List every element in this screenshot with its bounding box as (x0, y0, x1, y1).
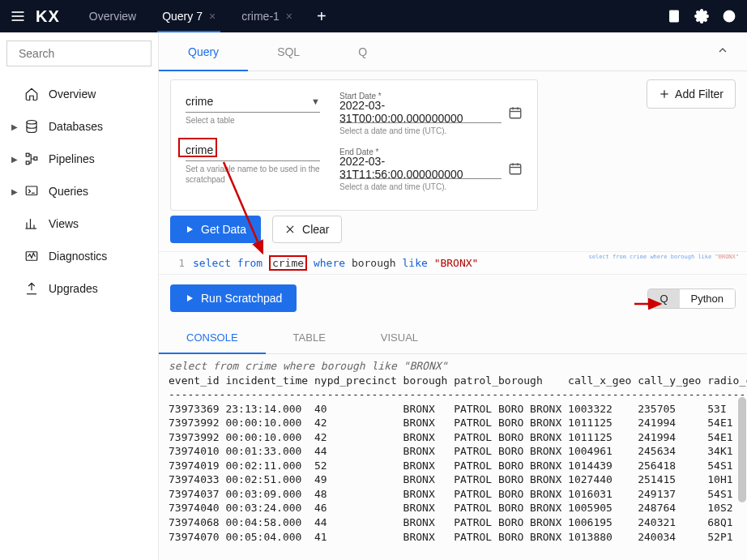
tab-overview[interactable]: Overview (76, 0, 149, 32)
query-type-tabs: Query SQL Q (159, 32, 747, 71)
sidebar-item-overview[interactable]: Overview (6, 78, 152, 110)
chevron-right-icon: ▶ (11, 155, 21, 164)
sidebar-item-views[interactable]: Views (6, 207, 152, 240)
run-scratchpad-label: Run Scratchpad (201, 292, 282, 305)
qtab-query[interactable]: Query (159, 32, 248, 71)
search-input[interactable] (19, 47, 160, 60)
views-icon (24, 216, 39, 231)
get-data-label: Get Data (201, 223, 246, 236)
nav-label: Databases (49, 120, 103, 133)
svg-point-13 (27, 121, 36, 125)
clear-button[interactable]: Clear (272, 216, 341, 243)
console-row: 73974070 00:05:04.000 41 BRONX PATROL BO… (169, 531, 733, 543)
minimap: select from crime where borough like "BR… (589, 254, 739, 260)
nav-label: Overview (49, 88, 96, 100)
svg-rect-15 (26, 161, 29, 165)
lang-python[interactable]: Python (680, 289, 735, 308)
sidebar-item-pipelines[interactable]: ▶ Pipelines (6, 143, 152, 175)
code-editor[interactable]: 1 select from crime where borough like "… (159, 251, 747, 275)
svg-rect-24 (510, 109, 521, 118)
calendar-icon[interactable] (508, 105, 523, 120)
nav-label: Queries (49, 185, 88, 198)
sidebar-item-upgrades[interactable]: Upgrades (6, 272, 152, 305)
otab-console[interactable]: CONSOLE (159, 322, 266, 353)
nav-label: Pipelines (49, 152, 95, 165)
main-panel: Query SQL Q crime ▼ Select a table (159, 32, 747, 560)
tab-label: crime-1 (241, 10, 280, 23)
table-select-helper: Select a table (186, 115, 320, 126)
chevron-right-icon: ▶ (11, 187, 21, 196)
console-output: select from crime where borough like "BR… (159, 354, 747, 549)
tab-query7[interactable]: Query 7 × (149, 0, 228, 32)
play-icon (185, 224, 194, 234)
end-date-value: 2022-03-31T11:56:00.000000000 (339, 155, 502, 181)
info-icon[interactable] (718, 5, 741, 28)
gear-icon[interactable] (690, 5, 713, 28)
run-scratchpad-button[interactable]: Run Scratchpad (170, 284, 297, 312)
svg-rect-16 (34, 157, 37, 160)
clear-label: Clear (302, 223, 329, 236)
upload-icon (24, 281, 39, 296)
add-tab-button[interactable]: + (305, 0, 338, 32)
lang-q[interactable]: Q (648, 289, 679, 308)
diagnostics-icon (24, 249, 39, 263)
sidebar-item-databases[interactable]: ▶ Databases (6, 110, 152, 143)
nav-label: Views (49, 217, 79, 230)
close-icon[interactable]: × (286, 10, 292, 23)
calendar-icon[interactable] (508, 161, 523, 176)
console-row: 73974033 00:02:51.000 49 BRONX PATROL BO… (169, 473, 733, 485)
chevron-right-icon: ▶ (11, 122, 21, 131)
otab-table[interactable]: TABLE (266, 322, 353, 353)
add-filter-wrap: Add Filter (647, 79, 736, 109)
logo: KX (36, 7, 60, 26)
table-select[interactable]: crime ▼ (186, 92, 320, 113)
console-row: 73974010 00:01:33.000 44 BRONX PATROL BO… (169, 445, 733, 457)
query-form-card: crime ▼ Select a table crime Set a varia… (170, 79, 538, 211)
line-number: 1 (170, 257, 185, 269)
console-header: event_id incident_time nypd_precinct bor… (169, 374, 747, 387)
close-icon (284, 224, 296, 235)
search-box[interactable] (6, 41, 152, 66)
variable-name-input[interactable]: crime (186, 140, 320, 161)
collapse-panel-button[interactable] (711, 39, 734, 64)
add-filter-button[interactable]: Add Filter (647, 79, 736, 109)
chevron-up-icon (716, 44, 729, 57)
menu-toggle[interactable] (6, 5, 29, 28)
sidebar-item-diagnostics[interactable]: Diagnostics (6, 240, 152, 272)
otab-visual[interactable]: VISUAL (353, 322, 446, 353)
svg-point-10 (729, 14, 730, 15)
console-divider: ----------------------------------------… (169, 388, 747, 400)
console-row: 73974019 00:02:11.000 52 BRONX PATROL BO… (169, 460, 733, 472)
sidebar: Overview ▶ Databases ▶ Pipelines ▶ Queri… (0, 32, 159, 560)
nav-label: Diagnostics (49, 250, 107, 263)
code-table-token: crime (269, 255, 307, 271)
svg-marker-37 (187, 295, 193, 301)
qtab-q[interactable]: Q (329, 32, 396, 71)
get-data-button[interactable]: Get Data (170, 216, 261, 243)
start-date-input[interactable]: 2022-03-31T00:00:00.000000000 (339, 102, 502, 123)
sidebar-item-queries[interactable]: ▶ Queries (6, 175, 152, 207)
topbar-tabs: Overview Query 7 × crime-1 × + (76, 0, 338, 32)
start-date-helper: Select a date and time (UTC). (339, 126, 523, 136)
document-icon[interactable] (663, 5, 685, 28)
output-tabs: CONSOLE TABLE VISUAL (159, 322, 747, 354)
close-icon[interactable]: × (209, 10, 216, 23)
qtab-sql[interactable]: SQL (248, 32, 329, 71)
scrollbar-thumb[interactable] (738, 397, 746, 502)
tab-crime1[interactable]: crime-1 × (228, 0, 305, 32)
svg-rect-28 (510, 165, 521, 174)
end-date-input[interactable]: 2022-03-31T11:56:00.000000000 (339, 158, 502, 179)
play-icon (185, 293, 194, 303)
console-row: 73974040 00:03:24.000 46 BRONX PATROL BO… (169, 502, 733, 514)
home-icon (24, 87, 39, 101)
code-line: select from crime where borough like "BR… (193, 257, 478, 269)
variable-name-helper: Set a variable name to be used in the sc… (186, 164, 320, 185)
add-filter-label: Add Filter (675, 88, 724, 100)
topbar: KX Overview Query 7 × crime-1 × + (0, 0, 747, 32)
end-date-helper: Select a date and time (UTC). (339, 182, 523, 192)
svg-rect-17 (26, 186, 37, 195)
nav-label: Upgrades (49, 282, 98, 295)
pipeline-icon (24, 152, 39, 166)
console-row: 73974037 00:03:09.000 48 BRONX PATROL BO… (169, 488, 733, 500)
tab-label: Overview (89, 10, 136, 23)
